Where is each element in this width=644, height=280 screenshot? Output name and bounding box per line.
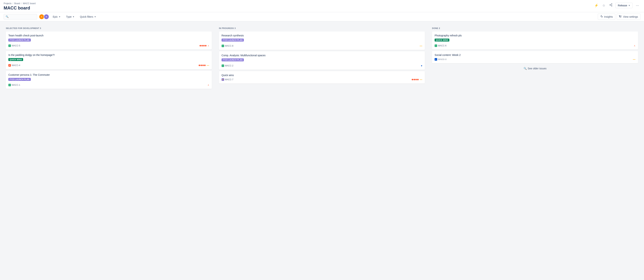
card-macc-5-id: ↑ MACC-5: [8, 45, 20, 47]
card-macc-1-id-text: MACC-1: [12, 84, 20, 86]
story-icon-3: ↑: [222, 45, 224, 47]
card-macc-4-title: Is the padding dodgy on the homepage?!: [8, 54, 209, 57]
task-icon: ✓: [434, 58, 437, 61]
toolbar-right: Insights View settings: [598, 14, 640, 20]
card-macc-5-tag: FY23 LAUNCH PLAN: [8, 39, 31, 42]
card-macc-6-id: ↑ MACC-6: [434, 45, 446, 47]
svg-point-2: [611, 6, 612, 6]
story-icon-2: ↑: [8, 84, 11, 86]
breadcrumb-board[interactable]: Board: [14, 2, 20, 5]
dot-2-2: [200, 65, 202, 66]
card-macc-3[interactable]: Social content: Week 2 ✓ MACC-3 —: [432, 51, 638, 63]
svg-text:A: A: [41, 16, 42, 18]
card-macc-6-meta: ∧: [634, 45, 636, 47]
quick-filters-button[interactable]: Quick filters ▼: [78, 14, 98, 19]
card-macc-1[interactable]: Customer persona 1: The Commuter FY23 LA…: [6, 71, 212, 89]
lightning-icon: ⚡: [594, 4, 598, 8]
view-settings-label: View settings: [623, 15, 638, 18]
card-macc-6-title: Photography refresh pls: [434, 34, 636, 37]
card-macc-5[interactable]: Team health check post-launch FY23 LAUNC…: [6, 32, 212, 50]
search-input[interactable]: [10, 15, 35, 18]
toolbar: 🔍 A B Epic ▼ Type ▼ Quick filters: [0, 12, 644, 21]
dot-2: [202, 45, 203, 47]
avatar-2[interactable]: B: [44, 14, 49, 20]
search-box[interactable]: 🔍: [4, 14, 37, 20]
svg-text:B: B: [46, 16, 47, 18]
card-macc-7-meta: —: [412, 78, 422, 81]
see-older-search-icon: 🔍: [524, 67, 527, 70]
card-macc-4[interactable]: Is the padding dodgy on the homepage?! Q…: [6, 51, 212, 69]
column-selected: SELECTED FOR DEVELOPMENT 3 Team health c…: [4, 25, 214, 93]
card-macc-8-meta: —: [420, 45, 422, 47]
svg-point-12: [619, 16, 620, 16]
card-macc-7-title: Quick wins: [222, 74, 422, 77]
share-button[interactable]: [608, 2, 614, 9]
toolbar-left: 🔍 A B Epic ▼ Type ▼ Quick filters: [4, 14, 98, 20]
chevron-down-icon: ▼: [628, 4, 630, 7]
collapse-icon-3: ∧: [208, 84, 209, 86]
minus-icon-1: —: [207, 64, 209, 67]
card-macc-3-meta: —: [633, 58, 636, 61]
card-macc-4-tag: QUICK WINS: [8, 58, 23, 61]
card-macc-2-footer: ↑ MACC-2 ▾: [222, 64, 422, 67]
quick-filters-chevron-icon: ▼: [94, 16, 96, 18]
card-macc-7-id: ⚡ MACC-7: [222, 78, 234, 81]
svg-line-4: [610, 4, 612, 5]
header-actions: ⚡ ☆ Release ▼ ···: [593, 2, 640, 9]
type-filter-button[interactable]: Type ▼: [64, 14, 76, 19]
card-macc-1-tag: FY23 LAUNCH PLAN: [8, 78, 31, 81]
breadcrumb-sep-2: /: [21, 2, 22, 5]
dot-7-2: [414, 79, 415, 80]
see-older-label: See older issues: [528, 67, 547, 70]
card-macc-6-tag: QUICK WINS: [434, 39, 449, 42]
star-icon: ☆: [602, 4, 605, 8]
release-button[interactable]: Release ▼: [616, 3, 632, 8]
card-macc-8-footer: ↑ MACC-8 —: [222, 45, 422, 47]
card-macc-8[interactable]: Research synthesis FY23 LAUNCH PLAN ↑ MA…: [219, 32, 425, 50]
column-selected-header: SELECTED FOR DEVELOPMENT 3: [6, 27, 212, 29]
dot-2-3: [202, 65, 204, 66]
minus-icon-2: —: [420, 45, 422, 47]
view-settings-icon: [619, 15, 622, 18]
card-macc-7-footer: ⚡ MACC-7 —: [222, 78, 422, 81]
card-macc-6[interactable]: Photography refresh pls QUICK WINS ↑ MAC…: [432, 32, 638, 50]
see-older-issues[interactable]: 🔍 See older issues: [432, 65, 638, 72]
view-settings-button[interactable]: View settings: [617, 14, 640, 20]
card-macc-3-id-text: MACC-3: [438, 58, 446, 61]
card-macc-7[interactable]: Quick wins ⚡ MACC-7 —: [219, 71, 425, 84]
epic-chevron-icon: ▼: [58, 16, 60, 18]
star-button[interactable]: ☆: [601, 2, 606, 9]
epic-icon: ⚡: [222, 78, 224, 81]
card-macc-6-footer: ↑ MACC-6 ∧: [434, 45, 636, 47]
lightning-button[interactable]: ⚡: [593, 2, 600, 9]
card-macc-1-footer: ↑ MACC-1 ∧: [8, 84, 209, 86]
card-macc-6-id-text: MACC-6: [438, 45, 446, 47]
dot-7-4: [417, 79, 418, 80]
column-inprogress-header: IN PROGRESS 3: [219, 27, 425, 29]
svg-point-0: [611, 4, 612, 5]
avatars: A B: [39, 14, 49, 20]
share-icon: [609, 3, 612, 8]
breadcrumb-macc[interactable]: MACC board: [23, 2, 36, 5]
insights-button[interactable]: Insights: [598, 14, 615, 20]
more-icon: ···: [636, 3, 639, 7]
card-macc-1-id: ↑ MACC-1: [8, 84, 20, 86]
dot-2-4: [204, 65, 206, 66]
card-macc-4-id-text: MACC-4: [12, 64, 20, 67]
insights-chart-icon: [600, 15, 603, 18]
card-macc-3-footer: ✓ MACC-3 —: [434, 58, 636, 61]
card-macc-7-id-text: MACC-7: [225, 78, 234, 81]
epic-filter-button[interactable]: Epic ▼: [51, 14, 62, 19]
type-chevron-icon: ▼: [72, 16, 74, 18]
card-macc-2[interactable]: Comp. Analysis: Multifunctional spaces F…: [219, 51, 425, 70]
svg-line-3: [610, 5, 612, 6]
story-icon-4: ↑: [222, 65, 224, 67]
header: Projects / Board / MACC board MACC board…: [0, 0, 644, 21]
minus-icon-3: —: [633, 58, 636, 61]
dot-1: [200, 45, 201, 47]
breadcrumb-projects[interactable]: Projects: [4, 2, 12, 5]
bug-icon: ✕: [8, 64, 11, 67]
column-inprogress: IN PROGRESS 3 Research synthesis FY23 LA…: [217, 25, 427, 87]
dot-2-1: [199, 65, 200, 66]
more-button[interactable]: ···: [634, 3, 640, 8]
